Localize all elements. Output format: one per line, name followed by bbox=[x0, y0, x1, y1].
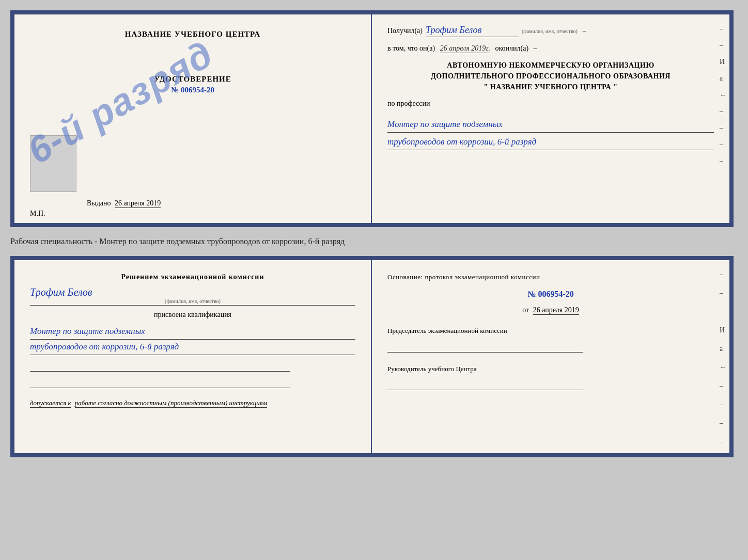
side-dash-6: – bbox=[720, 157, 727, 165]
side-dash-и: И bbox=[720, 58, 727, 66]
predsedatel-block: Председатель экзаменационной комиссии bbox=[387, 326, 714, 353]
b-side-dash-5: – bbox=[720, 401, 727, 409]
bottom-cert-right: Основание: протокол экзаменационной коми… bbox=[372, 260, 729, 453]
poluchil-line: Получил(а) Трофим Белов (фамилия, имя, о… bbox=[387, 25, 714, 37]
side-dash-5: – bbox=[720, 140, 727, 149]
vydano-block: Выдано 26 апреля 2019 bbox=[87, 199, 161, 207]
ot-label: от bbox=[522, 306, 529, 314]
org-line1: АВТОНОМНУЮ НЕКОММЕРЧЕСКУЮ ОРГАНИЗАЦИЮ bbox=[387, 60, 714, 71]
page-wrapper: НАЗВАНИЕ УЧЕБНОГО ЦЕНТРА 6-й разряд УДОС… bbox=[10, 10, 738, 457]
side-dash-1: – bbox=[720, 25, 727, 33]
org-line3: " НАЗВАНИЕ УЧЕБНОГО ЦЕНТРА " bbox=[387, 82, 714, 92]
b-side-dash-3: – bbox=[720, 308, 727, 316]
photo-placeholder bbox=[30, 135, 76, 192]
udost-title: УДОСТОВЕРЕНИЕ bbox=[154, 75, 231, 84]
kval-line1: Монтер по защите подземных bbox=[30, 324, 355, 340]
org-block: АВТОНОМНУЮ НЕКОММЕРЧЕСКУЮ ОРГАНИЗАЦИЮ ДО… bbox=[387, 60, 714, 92]
right-side-dashes-bottom: – – – И а ← – – – – bbox=[720, 270, 727, 446]
b-side-dash-2: – bbox=[720, 289, 727, 297]
predsedatel-sign-line bbox=[387, 343, 583, 353]
dopuskaetsya-block: допускается к работе согласно должностны… bbox=[30, 398, 355, 408]
po-professii-label: по профессии bbox=[387, 100, 714, 108]
poluchil-label: Получил(а) bbox=[387, 27, 423, 35]
ot-date: 26 апреля 2019 bbox=[533, 306, 579, 315]
dopuskaetsya-prefix: допускается к bbox=[30, 399, 71, 408]
middle-text: Рабочая специальность - Монтер по защите… bbox=[10, 233, 738, 250]
side-dash-2: – bbox=[720, 41, 727, 50]
top-cert-title: НАЗВАНИЕ УЧЕБНОГО ЦЕНТРА bbox=[125, 30, 260, 39]
blank-line-2 bbox=[30, 379, 290, 388]
rukovoditel-block: Руководитель учебного Центра bbox=[387, 364, 714, 391]
fio-block: Трофим Белов (фамилия, имя, отчество) bbox=[30, 286, 355, 306]
mp-block: М.П. bbox=[30, 210, 45, 218]
rukovoditel-sign-line bbox=[387, 381, 583, 390]
b-side-dash-1: – bbox=[720, 270, 727, 279]
professiya-line2: трубопроводов от коррозии, 6-й разряд bbox=[387, 135, 714, 150]
fio-hint: (фамилия, имя, отчество) bbox=[165, 298, 221, 304]
kval-line2: трубопроводов от коррозии, 6-й разряд bbox=[30, 340, 355, 355]
vydano-date: 26 апреля 2019 bbox=[115, 199, 161, 208]
fio-handwritten: Трофим Белов bbox=[30, 286, 92, 298]
protocol-number: № 006954-20 bbox=[387, 290, 714, 299]
dopuskaetsya-hw: работе согласно должностным (производств… bbox=[75, 399, 267, 408]
top-cert-left: НАЗВАНИЕ УЧЕБНОГО ЦЕНТРА 6-й разряд УДОС… bbox=[14, 14, 372, 223]
b-side-dash-и: И bbox=[720, 326, 727, 334]
completion-date: 26 апреля 2019г. bbox=[440, 44, 490, 53]
predsedatel-title: Председатель экзаменационной комиссии bbox=[387, 326, 714, 336]
bottom-certificate: Решением экзаменационной комиссии Трофим… bbox=[10, 256, 734, 457]
okonchil-label: окончил(а) bbox=[495, 44, 528, 52]
b-side-dash-4: – bbox=[720, 382, 727, 390]
v-tom-line: в том, что он(а) 26 апреля 2019г. окончи… bbox=[387, 44, 714, 53]
top-certificate: НАЗВАНИЕ УЧЕБНОГО ЦЕНТРА 6-й разряд УДОС… bbox=[10, 10, 734, 227]
side-dash-arrow: ← bbox=[720, 91, 727, 99]
side-dash-3: – bbox=[720, 107, 727, 116]
bottom-cert-left: Решением экзаменационной комиссии Трофим… bbox=[14, 260, 372, 453]
b-side-dash-7: – bbox=[720, 438, 727, 446]
reshenie-title: Решением экзаменационной комиссии bbox=[30, 273, 355, 281]
b-side-dash-arrow: ← bbox=[720, 363, 727, 372]
top-cert-right: Получил(а) Трофим Белов (фамилия, имя, о… bbox=[372, 14, 729, 223]
professiya-block: Монтер по защите подземных трубопроводов… bbox=[387, 115, 714, 150]
qualification-block: Монтер по защите подземных трубопроводов… bbox=[30, 324, 355, 355]
side-dash-4: – bbox=[720, 124, 727, 132]
right-side-dashes: – – И а ← – – – – bbox=[720, 25, 727, 165]
recipient-name: Трофим Белов bbox=[426, 25, 519, 37]
rukovoditel-title: Руководитель учебного Центра bbox=[387, 364, 714, 374]
name-hint: (фамилия, имя, отчество) bbox=[522, 28, 578, 34]
vydano-label: Выдано bbox=[87, 199, 111, 207]
ot-date-block: от 26 апреля 2019 bbox=[387, 306, 714, 314]
blank-line-1 bbox=[30, 362, 290, 372]
b-side-dash-6: – bbox=[720, 419, 727, 427]
side-dash-а: а bbox=[720, 74, 727, 83]
org-line2: ДОПОЛНИТЕЛЬНОГО ПРОФЕССИОНАЛЬНОГО ОБРАЗО… bbox=[387, 71, 714, 82]
v-tom-label: в том, что он(а) bbox=[387, 44, 435, 52]
udost-block: УДОСТОВЕРЕНИЕ № 006954-20 bbox=[154, 75, 231, 94]
professiya-line1: Монтер по защите подземных bbox=[387, 117, 714, 133]
b-side-dash-а: а bbox=[720, 345, 727, 353]
osnovanie-text: Основание: протокол экзаменационной коми… bbox=[387, 273, 714, 281]
prisvoena-label: присвоена квалификация bbox=[30, 311, 355, 319]
dash2: – bbox=[534, 44, 537, 52]
dash1: – bbox=[583, 27, 586, 35]
udost-number: № 006954-20 bbox=[154, 86, 231, 94]
